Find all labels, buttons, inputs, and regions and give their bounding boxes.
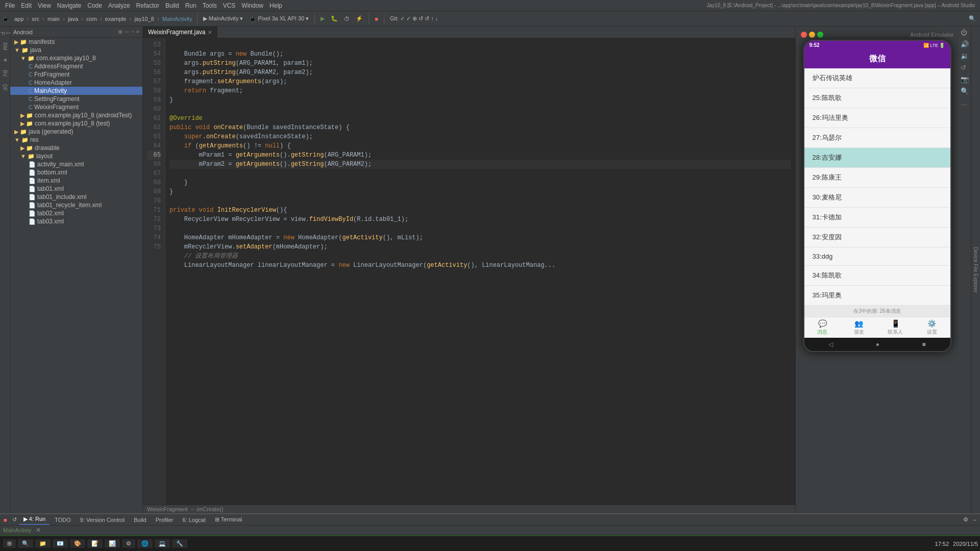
emulator-close-button[interactable] bbox=[801, 32, 807, 38]
start-button[interactable]: ⊞ bbox=[3, 539, 16, 548]
tree-item-tab02-xml[interactable]: 📄 tab02.xml bbox=[10, 209, 142, 217]
code-editor[interactable]: 53 54 55 56 57 58 59 60 61 62 63 64 65 6… bbox=[143, 38, 795, 505]
tree-item-package[interactable]: ▼ 📁 com.example.jay10_8 bbox=[10, 54, 142, 62]
run-rerun-button[interactable]: ↺ bbox=[11, 516, 18, 523]
search-taskbar-button[interactable]: 🔍 bbox=[18, 539, 33, 548]
tree-item-setting-fragment[interactable]: C SettingFragment bbox=[10, 95, 142, 103]
favorites-icon[interactable]: ★ bbox=[1, 54, 9, 66]
phone-tab-contacts[interactable]: 📱 联系人 bbox=[877, 319, 914, 336]
menu-item-vcs[interactable]: VCS bbox=[220, 2, 239, 9]
list-item[interactable]: 34:陈凯歌 bbox=[804, 266, 950, 286]
tree-item-bottom-xml[interactable]: 📄 bottom.xml bbox=[10, 168, 142, 177]
menu-item-run[interactable]: Run bbox=[182, 2, 200, 9]
collapse-icon[interactable]: − bbox=[972, 516, 978, 523]
phone-tab-messages[interactable]: 💬 消息 bbox=[804, 319, 841, 336]
git-button[interactable]: Git: ✓ ✓ ⊕ ↺ ↺ ↑ ↓ bbox=[388, 14, 440, 23]
emulator-minimize-button[interactable] bbox=[809, 32, 815, 38]
breadcrumb-activity[interactable]: MainActivity bbox=[161, 16, 193, 22]
breadcrumb-example[interactable]: example bbox=[104, 16, 128, 22]
breadcrumb-java[interactable]: java bbox=[67, 16, 79, 22]
tree-item-layout[interactable]: ▼ 📁 layout bbox=[10, 152, 142, 160]
breadcrumb-com[interactable]: com bbox=[85, 16, 98, 22]
search-everywhere-button[interactable]: 🔍 bbox=[967, 14, 978, 23]
taskbar-app-8[interactable]: 💻 bbox=[155, 539, 170, 548]
rotate-icon[interactable]: ↺ bbox=[961, 64, 969, 71]
tree-item-weixin-fragment[interactable]: C WeixinFragment bbox=[10, 103, 142, 111]
list-item[interactable]: 29:陈康王 bbox=[804, 168, 950, 188]
run-config-dropdown[interactable]: ▶ MainActivity ▾ bbox=[201, 14, 246, 23]
bottom-tab-version-control[interactable]: 9: Version Control bbox=[76, 515, 129, 524]
breadcrumb-src[interactable]: src bbox=[31, 16, 40, 22]
profile-button[interactable]: ⏱ bbox=[342, 15, 352, 23]
stop-button[interactable]: ■ bbox=[373, 15, 380, 23]
tree-item-tab01-xml[interactable]: 📄 tab01.xml bbox=[10, 185, 142, 193]
list-item[interactable]: 30:麦格尼 bbox=[804, 188, 950, 208]
list-item[interactable]: 31:卡德加 bbox=[804, 208, 950, 228]
taskbar-app-1[interactable]: 📁 bbox=[35, 539, 51, 548]
menu-item-refactor[interactable]: Refactor bbox=[133, 2, 162, 9]
tree-item-res[interactable]: ▼ 📁 res bbox=[10, 136, 142, 144]
bottom-tab-logcat[interactable]: 6: Logcat bbox=[179, 515, 210, 524]
zoom-icon[interactable]: 🔍 bbox=[961, 87, 969, 95]
run-tab-close[interactable]: ✕ bbox=[36, 527, 41, 534]
phone-recents-button[interactable]: ■ bbox=[922, 341, 926, 348]
bottom-tab-build[interactable]: Build bbox=[130, 515, 150, 524]
code-content[interactable]: Bundle args = new Bundle(); args.putStri… bbox=[165, 38, 795, 505]
menu-item-navigate[interactable]: Navigate bbox=[54, 2, 84, 9]
more-icon[interactable]: … bbox=[961, 99, 969, 107]
taskbar-app-5[interactable]: 📊 bbox=[105, 539, 120, 548]
bottom-tab-terminal[interactable]: ⊞ Terminal bbox=[211, 515, 246, 524]
list-item[interactable]: 33:ddg bbox=[804, 247, 950, 266]
run-stop-button[interactable]: ■ bbox=[2, 516, 9, 523]
tree-item-java-generated[interactable]: ▶ 📁 java (generated) bbox=[10, 128, 142, 136]
tree-item-test[interactable]: ▶ 📁 com.example.jay10_8 (test) bbox=[10, 119, 142, 128]
taskbar-app-3[interactable]: 🎨 bbox=[70, 539, 85, 548]
breadcrumb-package[interactable]: jay10_8 bbox=[133, 16, 155, 22]
build-variants-icon[interactable]: BV bbox=[1, 67, 9, 80]
device-dropdown[interactable]: 📱 Pixel 3a XL API 30 ▾ bbox=[247, 14, 311, 23]
taskbar-app-6[interactable]: ⚙ bbox=[122, 539, 135, 548]
list-item[interactable]: 35:玛里奥 bbox=[804, 286, 950, 306]
device-file-explorer-tab[interactable]: Device File Explorer bbox=[971, 27, 980, 513]
emulator-maximize-button[interactable] bbox=[817, 32, 823, 38]
taskbar-app-9[interactable]: 🔧 bbox=[172, 539, 187, 548]
list-item[interactable]: 32:安度因 bbox=[804, 228, 950, 247]
list-item[interactable]: 27:乌瑟尔 bbox=[804, 128, 950, 148]
tree-item-tab01-recycle-xml[interactable]: 📄 tab01_recycle_item.xml bbox=[10, 201, 142, 209]
settings-gear-icon[interactable]: ⚙ bbox=[962, 516, 970, 523]
phone-content[interactable]: 炉石传说英雄 25:陈凯歌 26:玛法里奥 27:乌瑟尔 28:吉安娜 29:陈… bbox=[804, 68, 950, 306]
phone-home-button[interactable]: ● bbox=[876, 341, 879, 348]
bottom-tab-todo[interactable]: TODO bbox=[51, 515, 75, 524]
volume-up-icon[interactable]: 🔊 bbox=[961, 40, 969, 48]
taskbar-app-2[interactable]: 📧 bbox=[53, 539, 68, 548]
menu-item-file[interactable]: File bbox=[2, 2, 18, 9]
list-item[interactable]: 25:陈凯歌 bbox=[804, 88, 950, 108]
list-item[interactable]: 炉石传说英雄 bbox=[804, 68, 950, 88]
list-item[interactable]: 26:玛法里奥 bbox=[804, 108, 950, 128]
tree-item-main-activity[interactable]: C MainActivity bbox=[10, 87, 142, 95]
build-run-button[interactable]: ▶ bbox=[318, 14, 327, 23]
phone-tab-settings[interactable]: ⚙️ 设置 bbox=[914, 319, 950, 336]
taskbar-app-7[interactable]: 🌐 bbox=[137, 539, 153, 548]
bottom-tab-profiler[interactable]: Profiler bbox=[152, 515, 178, 524]
editor-tab-weixin[interactable]: WeixinFragment.java ✕ bbox=[143, 27, 217, 38]
tree-item-frd-fragment[interactable]: C FrdFragment bbox=[10, 70, 142, 79]
tree-item-manifests[interactable]: ▶ 📁 manifests bbox=[10, 38, 142, 46]
menu-item-window[interactable]: Window bbox=[238, 2, 266, 9]
tree-item-tab01-include-xml[interactable]: 📄 tab01_include.xml bbox=[10, 193, 142, 201]
power-icon[interactable]: ⏻ bbox=[961, 29, 969, 36]
tab-close-icon[interactable]: ✕ bbox=[208, 30, 212, 35]
phone-back-button[interactable]: ◁ bbox=[828, 341, 833, 348]
tree-item-home-adapter[interactable]: C HomeAdapter bbox=[10, 79, 142, 87]
apply-changes-button[interactable]: ⚡ bbox=[354, 14, 365, 23]
tree-item-item-xml[interactable]: 📄 item.xml bbox=[10, 177, 142, 185]
menu-item-code[interactable]: Code bbox=[84, 2, 105, 9]
menu-item-build[interactable]: Build bbox=[162, 2, 182, 9]
tree-item-java[interactable]: ▼ 📁 java bbox=[10, 46, 142, 54]
taskbar-app-4[interactable]: 📝 bbox=[87, 539, 103, 548]
list-item-highlighted[interactable]: 28:吉安娜 bbox=[804, 148, 950, 168]
breadcrumb-app[interactable]: app bbox=[13, 16, 24, 22]
tree-item-drawable[interactable]: ▶ 📁 drawable bbox=[10, 144, 142, 152]
volume-down-icon[interactable]: 🔉 bbox=[961, 52, 969, 60]
menu-item-analyze[interactable]: Analyze bbox=[105, 2, 133, 9]
